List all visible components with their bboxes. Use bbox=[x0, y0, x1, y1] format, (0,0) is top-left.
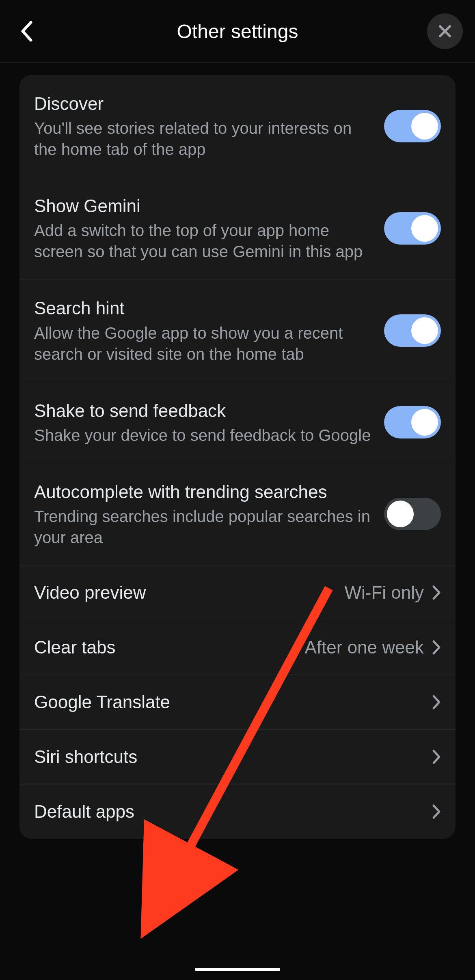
nav-title: Siri shortcuts bbox=[34, 747, 432, 767]
home-indicator[interactable] bbox=[195, 968, 280, 971]
chevron-right-icon bbox=[432, 694, 441, 710]
setting-desc: Add a switch to the top of your app home… bbox=[34, 220, 372, 262]
shake-feedback-toggle[interactable] bbox=[384, 406, 441, 438]
nav-title: Default apps bbox=[34, 802, 432, 822]
setting-text: Search hint Allow the Google app to show… bbox=[34, 297, 384, 364]
chevron-right-icon bbox=[432, 585, 441, 600]
search-hint-toggle[interactable] bbox=[384, 314, 441, 347]
header: Other settings bbox=[0, 0, 475, 63]
nav-row-clear-tabs[interactable]: Clear tabs After one week bbox=[19, 620, 456, 675]
settings-card: Discover You'll see stories related to y… bbox=[19, 75, 456, 839]
nav-title: Video preview bbox=[34, 582, 344, 603]
nav-row-google-translate[interactable]: Google Translate bbox=[19, 675, 456, 730]
toggle-knob bbox=[387, 501, 414, 527]
page-title: Other settings bbox=[177, 20, 298, 43]
setting-desc: You'll see stories related to your inter… bbox=[34, 118, 372, 160]
chevron-left-icon bbox=[19, 20, 33, 43]
chevron-right-icon bbox=[432, 749, 441, 765]
setting-title: Search hint bbox=[34, 297, 372, 320]
setting-row-search-hint: Search hint Allow the Google app to show… bbox=[19, 279, 456, 382]
toggle-knob bbox=[411, 317, 438, 344]
setting-text: Shake to send feedback Shake your device… bbox=[34, 399, 384, 446]
setting-row-discover: Discover You'll see stories related to y… bbox=[19, 75, 456, 177]
setting-row-autocomplete-trending: Autocomplete with trending searches Tren… bbox=[19, 463, 456, 565]
nav-value: Wi-Fi only bbox=[344, 582, 424, 603]
setting-text: Show Gemini Add a switch to the top of y… bbox=[34, 194, 384, 262]
discover-toggle[interactable] bbox=[384, 110, 441, 142]
nav-value: After one week bbox=[305, 637, 424, 658]
setting-row-show-gemini: Show Gemini Add a switch to the top of y… bbox=[19, 177, 456, 279]
nav-row-siri-shortcuts[interactable]: Siri shortcuts bbox=[19, 730, 456, 784]
toggle-knob bbox=[411, 409, 438, 436]
nav-row-default-apps[interactable]: Default apps bbox=[19, 784, 456, 839]
setting-title: Show Gemini bbox=[34, 194, 372, 217]
setting-desc: Shake your device to send feedback to Go… bbox=[34, 425, 372, 446]
setting-text: Discover You'll see stories related to y… bbox=[34, 92, 384, 160]
setting-text: Autocomplete with trending searches Tren… bbox=[34, 480, 384, 548]
nav-row-video-preview[interactable]: Video preview Wi-Fi only bbox=[19, 565, 456, 620]
close-icon bbox=[437, 23, 453, 39]
chevron-right-icon bbox=[432, 640, 441, 655]
setting-desc: Trending searches include popular search… bbox=[34, 506, 372, 548]
setting-title: Shake to send feedback bbox=[34, 399, 372, 422]
setting-row-shake-feedback: Shake to send feedback Shake your device… bbox=[19, 382, 456, 463]
toggle-knob bbox=[411, 215, 438, 242]
setting-title: Autocomplete with trending searches bbox=[34, 480, 372, 503]
nav-title: Clear tabs bbox=[34, 637, 305, 658]
show-gemini-toggle[interactable] bbox=[384, 212, 441, 245]
back-button[interactable] bbox=[12, 17, 41, 45]
chevron-right-icon bbox=[432, 804, 441, 819]
nav-title: Google Translate bbox=[34, 692, 432, 712]
autocomplete-trending-toggle[interactable] bbox=[384, 498, 441, 530]
setting-title: Discover bbox=[34, 92, 372, 115]
close-button[interactable] bbox=[427, 13, 463, 49]
setting-desc: Allow the Google app to show you a recen… bbox=[34, 322, 372, 365]
toggle-knob bbox=[411, 113, 438, 140]
